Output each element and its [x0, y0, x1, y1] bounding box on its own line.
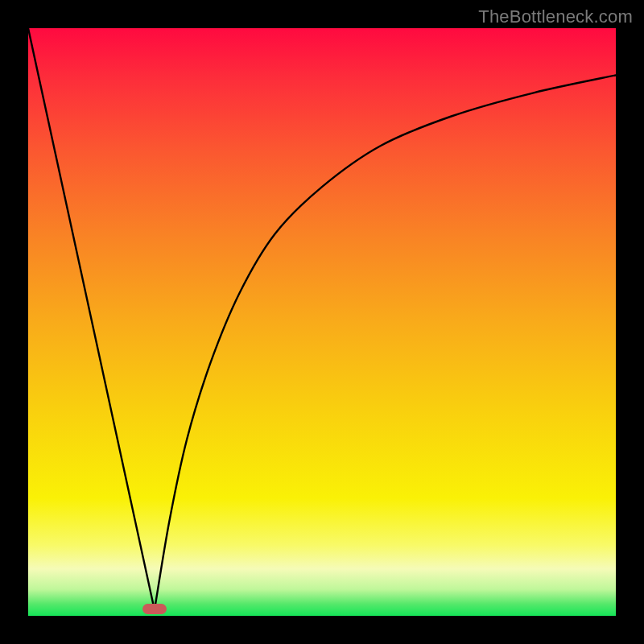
watermark-text: TheBottleneck.com — [478, 6, 633, 27]
chart-frame: TheBottleneck.com — [0, 0, 644, 644]
plot-area — [28, 28, 616, 616]
optimal-point-marker — [142, 604, 167, 614]
curve-path — [28, 28, 616, 610]
bottleneck-curve — [28, 28, 616, 616]
